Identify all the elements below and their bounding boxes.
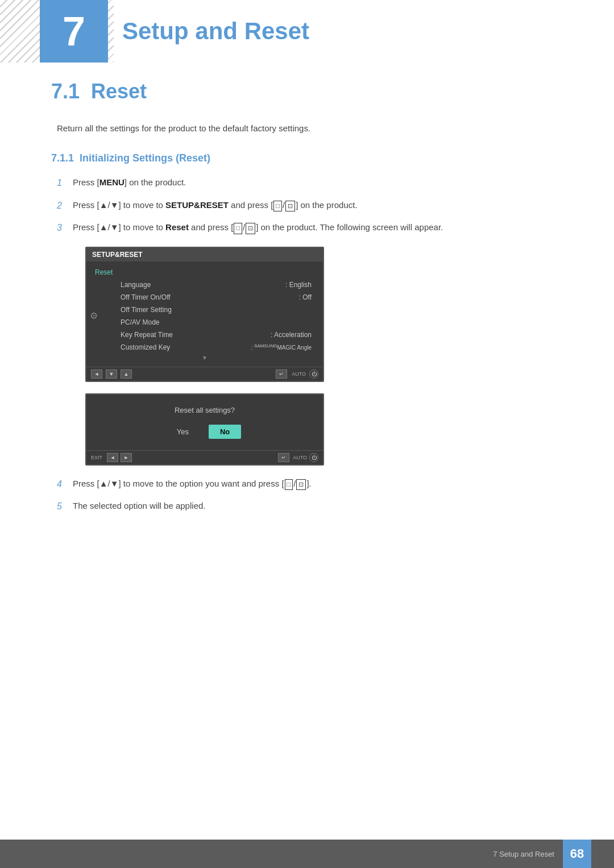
- gear-icon: ⚙: [90, 310, 98, 321]
- reset-buttons: Yes No: [95, 425, 314, 439]
- step-4: 4 Press [▲/▼] to move to the option you …: [57, 477, 563, 492]
- menu-item-language: Language : English: [101, 279, 323, 291]
- steps-list-2: 4 Press [▲/▼] to move to the option you …: [51, 477, 563, 514]
- screen2-footer: EXIT ◄ ► ↵ AUTO ⏻: [86, 450, 323, 464]
- screen2-footer-btn-enter: ↵: [278, 453, 289, 462]
- subsection-number: 7.1.1: [51, 152, 74, 164]
- menu-indented-items: Language : English Off Timer On/Off : Of…: [101, 279, 323, 354]
- step-1: 1 Press [MENU] on the product.: [57, 176, 563, 190]
- menu-item-customized-key: Customized Key : SAMSUNGMAGIC Angle: [101, 341, 323, 354]
- exit-label: EXIT: [91, 455, 102, 460]
- main-content: 7.1Reset Return all the settings for the…: [0, 80, 614, 514]
- steps-list: 1 Press [MENU] on the product. 2 Press […: [51, 176, 563, 235]
- screen1-header: SETUP&RESET: [86, 248, 323, 261]
- section-name: Reset: [91, 80, 147, 103]
- footer-auto-text: AUTO: [292, 371, 306, 377]
- step-2: 2 Press [▲/▼] to move to SETUP&RESET and…: [57, 198, 563, 213]
- reset-question: Reset all settings?: [95, 406, 314, 414]
- menu-language-value: : English: [285, 281, 312, 289]
- step-3-text: Press [▲/▼] to move to Reset and press […: [73, 221, 563, 234]
- menu-item-off-timer-setting: Off Timer Setting: [101, 304, 323, 316]
- step-5-number: 5: [57, 499, 73, 514]
- chapter-title: Setup and Reset: [122, 18, 309, 45]
- subsection-title: 7.1.1 Initializing Settings (Reset): [51, 152, 563, 164]
- section-description: Return all the settings for the product …: [51, 122, 563, 135]
- menu-key-repeat-value: : Acceleration: [271, 331, 312, 339]
- footer-btn-down: ▼: [106, 369, 117, 379]
- page-footer: 7 Setup and Reset 68: [0, 840, 614, 868]
- footer-btn-up: ▲: [121, 369, 132, 379]
- screenshots-container: SETUP&RESET Reset ⚙ Language : English: [85, 247, 324, 466]
- menu-customized-key-label: Customized Key: [121, 343, 170, 351]
- chapter-number: 7: [63, 11, 85, 52]
- screen1: SETUP&RESET Reset ⚙ Language : English: [85, 247, 324, 382]
- menu-language-label: Language: [121, 281, 151, 289]
- chapter-number-block: 7: [40, 0, 108, 63]
- menu-off-timer-setting-label: Off Timer Setting: [121, 306, 172, 314]
- step-3-number: 3: [57, 221, 73, 235]
- step-1-number: 1: [57, 176, 73, 190]
- screen1-footer: ◄ ▼ ▲ ↵ AUTO ⏻: [86, 367, 323, 381]
- footer-page-number: 68: [563, 840, 591, 868]
- footer-btn-enter: ↵: [276, 369, 287, 379]
- scroll-indicator: ▼: [86, 354, 323, 362]
- section-number: 7.1: [51, 80, 80, 103]
- screen2-content: Reset all settings? Yes No: [86, 394, 323, 450]
- menu-key-repeat-label: Key Repeat Time: [121, 331, 173, 339]
- menu-item-off-timer-onoff: Off Timer On/Off : Off: [101, 291, 323, 304]
- step-4-number: 4: [57, 477, 73, 492]
- step-2-text: Press [▲/▼] to move to SETUP&RESET and p…: [73, 198, 563, 212]
- footer-chapter-label: 7 Setup and Reset: [493, 850, 554, 858]
- menu-row-gear: ⚙ Language : English Off Timer On/Off : …: [86, 279, 323, 354]
- screen2-footer-btn-left: ◄: [107, 453, 118, 462]
- subsection-name: Initializing Settings (Reset): [80, 152, 210, 164]
- step-4-text: Press [▲/▼] to move to the option you wa…: [73, 477, 563, 491]
- step-1-text: Press [MENU] on the product.: [73, 176, 563, 189]
- screen2: Reset all settings? Yes No EXIT ◄ ► ↵ AU…: [85, 393, 324, 466]
- reset-no-btn[interactable]: No: [209, 425, 241, 439]
- menu-off-timer-onoff-value: : Off: [299, 293, 312, 301]
- menu-reset-label: Reset: [95, 268, 113, 276]
- menu-off-timer-onoff-label: Off Timer On/Off: [121, 293, 171, 301]
- section-title: 7.1Reset: [51, 80, 563, 108]
- step-5: 5 The selected option will be applied.: [57, 499, 563, 514]
- menu-item-key-repeat: Key Repeat Time : Acceleration: [101, 329, 323, 341]
- menu-item-pcav-mode: PC/AV Mode: [101, 316, 323, 329]
- step-2-number: 2: [57, 198, 73, 213]
- footer-btn-left: ◄: [91, 369, 102, 379]
- step-5-text: The selected option will be applied.: [73, 499, 563, 513]
- screen1-menu: Reset ⚙ Language : English Off Timer On/…: [86, 261, 323, 367]
- reset-yes-btn[interactable]: Yes: [168, 425, 197, 439]
- screen2-footer-btn-right: ►: [121, 453, 132, 462]
- screen2-auto-text: AUTO: [293, 455, 307, 460]
- step-3: 3 Press [▲/▼] to move to Reset and press…: [57, 221, 563, 235]
- menu-item-reset: Reset: [86, 266, 323, 279]
- page-header: 7 Setup and Reset: [0, 0, 614, 63]
- footer-power-btn: ⏻: [309, 369, 318, 379]
- screen2-power-btn: ⏻: [309, 453, 318, 462]
- menu-customized-key-value: : SAMSUNGMAGIC Angle: [251, 343, 312, 351]
- menu-pcav-mode-label: PC/AV Mode: [121, 318, 159, 326]
- gear-icon-col: ⚙: [86, 310, 101, 321]
